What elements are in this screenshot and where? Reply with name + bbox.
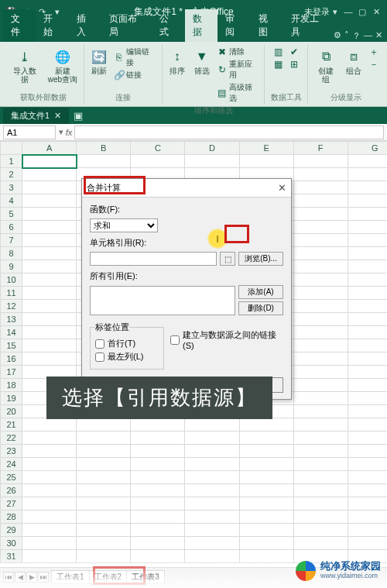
row-header[interactable]: 2 — [1, 168, 22, 181]
create-links-checkbox[interactable] — [170, 335, 180, 345]
maximize-icon[interactable]: ▢ — [356, 5, 368, 18]
cell[interactable] — [348, 418, 387, 432]
close-doc-icon[interactable]: ✕ — [375, 30, 382, 42]
row-header[interactable]: 31 — [1, 550, 22, 563]
cell[interactable] — [348, 326, 387, 339]
row-header[interactable]: 5 — [1, 208, 22, 221]
cell[interactable] — [131, 497, 185, 511]
cell[interactable] — [22, 524, 77, 537]
cell[interactable] — [185, 458, 239, 471]
cell[interactable] — [348, 497, 387, 511]
cell[interactable] — [185, 484, 239, 497]
row-header[interactable]: 27 — [1, 497, 22, 511]
cell[interactable] — [22, 497, 77, 511]
help-icon[interactable]: ？ — [352, 30, 361, 42]
add-button[interactable]: 添加(A) — [238, 285, 283, 299]
cell[interactable] — [22, 155, 77, 168]
left-col-checkbox[interactable] — [95, 352, 104, 362]
create-group-button[interactable]: ⧉ 创建组 — [313, 46, 339, 85]
cell[interactable] — [348, 484, 387, 497]
cell[interactable] — [22, 326, 77, 339]
row-header[interactable]: 8 — [1, 247, 22, 260]
tab-review[interactable]: 审阅 — [217, 9, 250, 42]
cell[interactable] — [22, 484, 77, 497]
row-header[interactable]: 17 — [1, 366, 22, 379]
cell[interactable] — [22, 194, 77, 208]
col-header[interactable]: D — [185, 142, 239, 155]
tab-insert[interactable]: 插入 — [69, 9, 101, 42]
cell[interactable] — [131, 484, 185, 497]
collapse-ribbon-icon[interactable]: ˄ — [344, 30, 349, 42]
row-header[interactable]: 7 — [1, 234, 22, 247]
cell[interactable] — [22, 260, 77, 273]
cell[interactable] — [293, 247, 348, 260]
cell[interactable] — [185, 445, 239, 458]
cell[interactable] — [185, 471, 239, 484]
sheet-tab-3[interactable]: 工作表3 — [126, 570, 165, 584]
cell[interactable] — [348, 392, 387, 405]
cell[interactable] — [77, 471, 131, 484]
cell[interactable] — [77, 537, 131, 550]
cell[interactable] — [22, 221, 77, 234]
cell[interactable] — [293, 260, 348, 273]
col-header[interactable]: C — [131, 142, 185, 155]
all-references-list[interactable] — [90, 286, 235, 315]
cell[interactable] — [293, 524, 348, 537]
cell[interactable] — [293, 313, 348, 326]
cell[interactable] — [77, 511, 131, 524]
cell[interactable] — [131, 537, 185, 550]
col-header[interactable]: E — [239, 142, 293, 155]
cell[interactable] — [293, 352, 348, 366]
clear-filter-button[interactable]: ✖清除 — [217, 46, 260, 57]
cell[interactable] — [293, 208, 348, 221]
cell[interactable] — [293, 339, 348, 352]
name-box[interactable] — [3, 126, 56, 139]
edit-links-button[interactable]: ⎘编辑链接 — [114, 46, 157, 68]
sheet-tab-2[interactable]: 工作表2 — [89, 570, 128, 584]
cell[interactable] — [348, 273, 387, 287]
row-header[interactable]: 30 — [1, 537, 22, 550]
cell[interactable] — [185, 537, 239, 550]
cell[interactable] — [293, 287, 348, 300]
cell[interactable] — [293, 432, 348, 445]
new-doc-tab-button[interactable]: ▣ — [69, 110, 87, 122]
cell[interactable] — [348, 352, 387, 366]
cell[interactable] — [22, 432, 77, 445]
close-window-icon[interactable]: ✕ — [370, 5, 382, 18]
close-doc-tab-icon[interactable]: ✕ — [54, 111, 61, 121]
row-header[interactable]: 10 — [1, 273, 22, 287]
document-tab[interactable]: 集成文件1 ✕ — [3, 108, 69, 124]
cell[interactable] — [293, 168, 348, 181]
cell[interactable] — [131, 524, 185, 537]
outline-small-2[interactable]: － — [368, 59, 379, 70]
cell[interactable] — [348, 471, 387, 484]
cell[interactable] — [22, 339, 77, 352]
cell[interactable] — [22, 352, 77, 366]
cell[interactable] — [22, 471, 77, 484]
reapply-button[interactable]: ↻重新应用 — [217, 59, 260, 81]
sheet-nav-prev-icon[interactable]: ◀ — [15, 572, 26, 583]
cell[interactable] — [22, 208, 77, 221]
cell[interactable] — [131, 458, 185, 471]
cell[interactable] — [22, 273, 77, 287]
cell[interactable] — [293, 392, 348, 405]
row-header[interactable]: 26 — [1, 484, 22, 497]
cell[interactable] — [293, 221, 348, 234]
refresh-button[interactable]: 🔄 刷新 — [89, 46, 109, 77]
cell[interactable] — [293, 366, 348, 379]
col-header[interactable]: F — [293, 142, 348, 155]
row-header[interactable]: 29 — [1, 524, 22, 537]
cell[interactable] — [131, 155, 185, 168]
function-select[interactable]: 求和 — [90, 218, 158, 232]
filter-button[interactable]: ▼ 筛选 — [192, 46, 212, 77]
cell[interactable] — [185, 511, 239, 524]
cell[interactable] — [22, 234, 77, 247]
min-ribbon-icon[interactable]: — — [364, 30, 372, 42]
cell[interactable] — [22, 168, 77, 181]
row-header[interactable]: 20 — [1, 405, 22, 418]
cell[interactable] — [131, 432, 185, 445]
consolidate-button[interactable]: ⊞ — [289, 59, 300, 70]
cell[interactable] — [239, 458, 293, 471]
row-header[interactable]: 22 — [1, 432, 22, 445]
cell[interactable] — [293, 511, 348, 524]
